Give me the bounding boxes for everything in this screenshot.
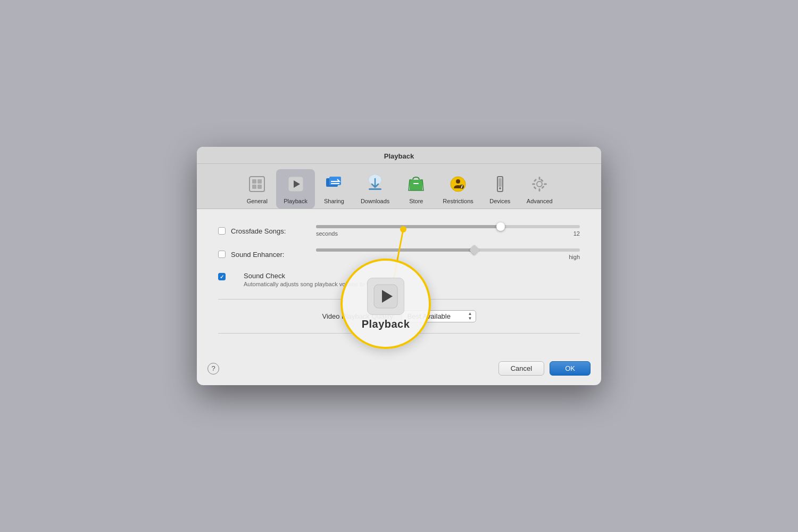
devices-icon xyxy=(488,172,512,196)
bottom-bar: ? Cancel OK xyxy=(197,355,601,385)
svg-rect-11 xyxy=(369,188,381,190)
sound-check-section: Sound Check Automatically adjusts song p… xyxy=(244,272,406,287)
svg-point-21 xyxy=(537,181,542,187)
sound-enhancer-high: high xyxy=(569,254,580,260)
sound-enhancer-slider-container: high xyxy=(316,248,580,260)
button-group: Cancel OK xyxy=(498,361,591,376)
tab-general[interactable]: General xyxy=(238,169,276,209)
sharing-icon xyxy=(322,172,346,196)
select-arrows-icon: ▲ ▼ xyxy=(468,312,472,321)
tab-sharing[interactable]: Sharing xyxy=(315,169,353,209)
sound-enhancer-track-fill xyxy=(316,248,475,252)
cancel-button[interactable]: Cancel xyxy=(498,361,544,376)
sound-enhancer-slider-track[interactable] xyxy=(316,248,580,252)
tab-playback-label: Playback xyxy=(284,198,307,204)
svg-rect-3 xyxy=(252,185,256,189)
crossfade-checkbox[interactable] xyxy=(218,227,226,235)
sound-check-row: Sound Check Automatically adjusts song p… xyxy=(218,272,580,287)
crossfade-row: Crossfade Songs: seconds 12 xyxy=(218,225,580,237)
crossfade-slider-container: seconds 12 xyxy=(316,225,580,237)
preferences-dialog: Playback General xyxy=(197,147,601,385)
divider-2 xyxy=(218,333,580,334)
video-quality-value: Best Available xyxy=(408,312,451,320)
sound-check-title: Sound Check xyxy=(244,272,406,280)
tab-restrictions[interactable]: Restrictions xyxy=(435,169,480,209)
crossfade-track-fill xyxy=(316,225,501,228)
svg-rect-26 xyxy=(534,179,537,182)
playback-icon xyxy=(284,172,307,196)
ok-button[interactable]: OK xyxy=(550,361,591,376)
dialog-title: Playback xyxy=(384,152,414,160)
svg-rect-23 xyxy=(539,188,541,192)
video-quality-row: Video Playback Quality: Best Available ▲… xyxy=(218,310,580,322)
divider-1 xyxy=(218,299,580,300)
tab-store[interactable]: Store xyxy=(397,169,435,209)
tab-devices[interactable]: Devices xyxy=(481,169,519,209)
help-icon: ? xyxy=(211,364,215,372)
restrictions-icon xyxy=(446,172,470,196)
title-bar: Playback xyxy=(197,147,601,164)
svg-rect-24 xyxy=(532,184,535,185)
svg-rect-19 xyxy=(498,178,502,187)
crossfade-value: 12 xyxy=(573,230,580,237)
tab-restrictions-label: Restrictions xyxy=(443,198,473,204)
svg-rect-29 xyxy=(534,186,537,189)
sound-enhancer-label: Sound Enhancer: xyxy=(231,251,316,259)
svg-rect-1 xyxy=(252,179,256,184)
help-button[interactable]: ? xyxy=(207,363,219,375)
content-area: Crossfade Songs: seconds 12 Sound Enhanc… xyxy=(197,209,601,355)
sound-enhancer-checkbox[interactable] xyxy=(218,251,226,258)
crossfade-thumb[interactable] xyxy=(496,222,505,231)
svg-rect-12 xyxy=(410,180,422,190)
svg-rect-0 xyxy=(250,177,264,192)
tab-downloads-label: Downloads xyxy=(361,198,389,204)
crossfade-info: seconds 12 xyxy=(316,230,580,237)
svg-point-15 xyxy=(456,179,460,184)
tab-store-label: Store xyxy=(409,198,423,204)
tab-advanced[interactable]: Advanced xyxy=(519,169,560,209)
svg-rect-25 xyxy=(544,184,547,185)
svg-rect-2 xyxy=(257,179,262,184)
svg-rect-13 xyxy=(413,183,419,184)
general-icon xyxy=(245,172,269,196)
store-icon xyxy=(404,172,428,196)
svg-point-20 xyxy=(499,187,501,189)
svg-rect-22 xyxy=(539,177,541,180)
tab-downloads[interactable]: Downloads xyxy=(353,169,397,209)
tab-devices-label: Devices xyxy=(489,198,510,204)
downloads-icon xyxy=(363,172,387,196)
sound-enhancer-info: high xyxy=(316,254,580,260)
crossfade-slider-track[interactable] xyxy=(316,225,580,228)
sound-check-checkbox[interactable] xyxy=(218,273,226,280)
toolbar: General Playback Sharing xyxy=(197,164,601,209)
tab-general-label: General xyxy=(247,198,268,204)
tab-advanced-label: Advanced xyxy=(527,198,553,204)
advanced-icon xyxy=(528,172,551,196)
sound-check-desc: Automatically adjusts song playback volu… xyxy=(244,281,406,287)
svg-point-14 xyxy=(451,177,466,192)
tab-playback[interactable]: Playback xyxy=(276,169,315,209)
crossfade-label: Crossfade Songs: xyxy=(231,227,316,235)
sound-enhancer-row: Sound Enhancer: high xyxy=(218,248,580,260)
video-quality-label: Video Playback Quality: xyxy=(322,312,395,320)
tab-sharing-label: Sharing xyxy=(324,198,344,204)
svg-rect-4 xyxy=(257,185,262,189)
crossfade-seconds-label: seconds xyxy=(316,230,338,237)
video-quality-select[interactable]: Best Available ▲ ▼ xyxy=(402,310,476,322)
